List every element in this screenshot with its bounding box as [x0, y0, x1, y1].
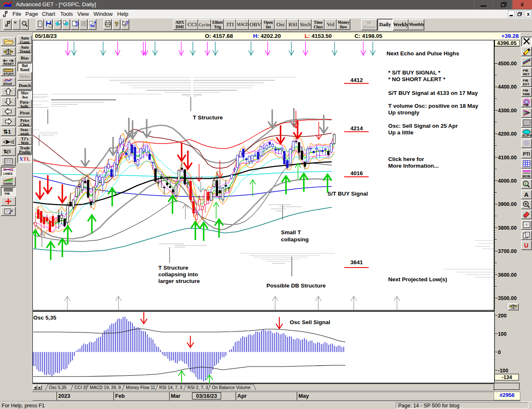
svg-text:4016: 4016 [350, 170, 363, 176]
svg-text:⇅1: ⇅1 [3, 129, 11, 135]
svg-text:Money Flow 11: Money Flow 11 [126, 385, 155, 390]
svg-text:0: 0 [498, 350, 501, 355]
svg-text:RESET: RESET [3, 62, 14, 66]
svg-text:EXT: EXT [523, 82, 530, 86]
svg-text:◁▶◁: ◁▶◁ [2, 139, 14, 144]
svg-text:* S/T BUY SIGNAL *: * S/T BUY SIGNAL * [388, 69, 441, 76]
svg-text:Elliott: Elliott [3, 82, 12, 86]
svg-text:U: U [524, 242, 528, 249]
svg-text:4396.05: 4396.05 [497, 40, 517, 46]
svg-text:Up a little: Up a little [388, 129, 414, 136]
svg-text:STUDY: STUDY [3, 72, 14, 76]
svg-text:ELIPS: ELIPS [522, 134, 532, 137]
svg-text:4412: 4412 [350, 77, 363, 83]
svg-text:100: 100 [498, 331, 507, 337]
svg-text:3600.00: 3600.00 [498, 272, 517, 278]
svg-text:RSI 14, 7, 3: RSI 14, 7, 3 [159, 385, 182, 390]
svg-text:S/T BUY Signal at 4133 on 17 M: S/T BUY Signal at 4133 on 17 May [388, 90, 478, 96]
svg-text:FIB: FIB [523, 89, 528, 92]
svg-text:-134: -134 [502, 374, 512, 380]
svg-text:4400.00: 4400.00 [498, 84, 517, 90]
svg-text:MACD 19, 39, 9: MACD 19, 39, 9 [90, 385, 121, 390]
svg-text:Up strongly: Up strongly [388, 109, 419, 116]
svg-text:TIME: TIME [522, 92, 530, 96]
svg-text:3800.00: 3800.00 [498, 225, 517, 231]
svg-text:3641: 3641 [350, 259, 363, 265]
svg-text:T Structure: T Structure [158, 265, 189, 271]
svg-text:1: 1 [525, 182, 527, 186]
svg-text:FIB: FIB [523, 79, 528, 82]
svg-text:4300.00: 4300.00 [498, 108, 517, 114]
svg-text:4100.00: 4100.00 [498, 155, 517, 161]
svg-text:S/T BUY Signal: S/T BUY Signal [328, 191, 368, 197]
svg-text:larger structure: larger structure [158, 278, 200, 284]
svg-text:A: A [524, 191, 529, 198]
svg-text:T Structure: T Structure [193, 114, 223, 121]
svg-text:FIB: FIB [523, 103, 529, 107]
svg-text:collapsing into: collapsing into [158, 271, 198, 278]
svg-text:Osc 5,35: Osc 5,35 [49, 385, 66, 390]
svg-text:On Balance Volume: On Balance Volume [212, 385, 251, 390]
svg-text:4000.00: 4000.00 [498, 178, 517, 184]
svg-text:?: ? [115, 20, 118, 27]
svg-text:LINES: LINES [3, 172, 12, 176]
svg-text:3700.00: 3700.00 [498, 248, 517, 254]
svg-text:RET: RET [523, 72, 530, 76]
svg-text:4214: 4214 [350, 125, 363, 131]
svg-text:collapsing: collapsing [281, 236, 309, 243]
svg-text:Osc Sell Signal: Osc Sell Signal [290, 319, 330, 325]
svg-text:GANN: GANN [3, 182, 12, 186]
svg-text:Next Projected Low(s): Next Projected Low(s) [388, 276, 447, 283]
svg-text:4200.00: 4200.00 [498, 131, 517, 137]
svg-text:MOB: MOB [522, 174, 530, 178]
svg-text:Osc: Sell Signal on 25 Apr: Osc: Sell Signal on 25 Apr [388, 123, 458, 129]
svg-text:FIB: FIB [523, 69, 528, 72]
svg-text:Click here for: Click here for [388, 156, 424, 162]
svg-text:-100: -100 [498, 368, 508, 374]
svg-text:?: ? [126, 20, 128, 26]
svg-text:PTI: PTI [523, 151, 530, 156]
svg-text:4500.00: 4500.00 [498, 61, 517, 67]
svg-text:Small T: Small T [281, 229, 301, 235]
svg-text:⇅|Ί: ⇅|Ί [3, 149, 11, 154]
svg-text:RSI 2, 7, 3: RSI 2, 7, 3 [187, 385, 208, 390]
svg-text:T volume Osc: positive on 18 M: T volume Osc: positive on 18 May [388, 103, 478, 109]
svg-text:Osc 5,35: Osc 5,35 [33, 315, 57, 321]
svg-text:CCI 20: CCI 20 [74, 385, 88, 390]
svg-text:Next Echo and Pulse Highs: Next Echo and Pulse Highs [387, 50, 459, 57]
svg-text:3900.00: 3900.00 [498, 201, 517, 207]
svg-text:200: 200 [498, 313, 507, 319]
svg-text:3500.00: 3500.00 [498, 295, 517, 301]
svg-text:More Information...: More Information... [388, 163, 439, 169]
svg-text:FIB: FIB [5, 192, 10, 196]
svg-text:Possible DB Structure: Possible DB Structure [266, 283, 326, 289]
svg-text:* NO SHORT ALERT *: * NO SHORT ALERT * [388, 76, 446, 82]
svg-text:”: ” [14, 20, 17, 27]
